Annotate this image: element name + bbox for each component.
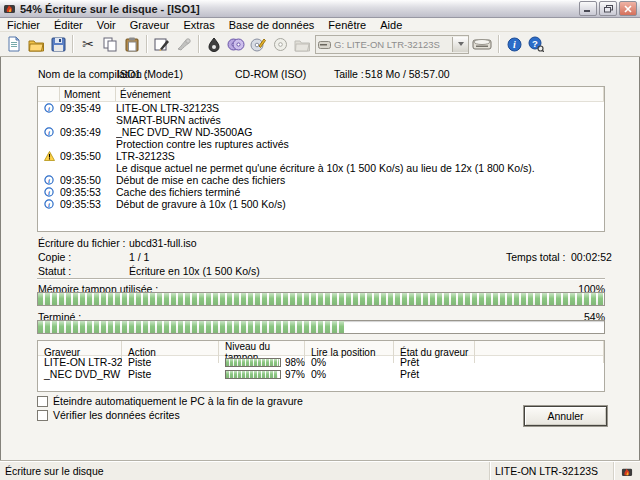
warning-icon: [38, 151, 60, 161]
statusbar-device: LITE-ON LTR-32123S: [490, 462, 614, 480]
drive-position: 0%: [305, 356, 394, 368]
toolbar-separator: [198, 35, 200, 53]
done-progress-bar: [37, 320, 605, 334]
drive-action: Piste: [122, 368, 219, 380]
log-row[interactable]: 09:35:50LTR-32123S: [38, 150, 604, 162]
menu-voir[interactable]: Voir: [90, 19, 123, 31]
size-label: Taille :: [334, 68, 364, 80]
log-row[interactable]: i09:35:50Début de mise en cache des fich…: [38, 174, 604, 186]
col-empty: [475, 341, 604, 363]
menu-base-de-donnees[interactable]: Base de données: [222, 19, 322, 31]
log-time: 09:35:53: [60, 198, 116, 210]
log-time: 09:35:53: [60, 186, 116, 198]
title-bar: 54% Écriture sur le disque - [ISO1]: [0, 0, 640, 18]
log-event-text: Cache des fichiers terminé: [116, 186, 604, 198]
svg-text:i: i: [48, 201, 50, 209]
drive-row[interactable]: _NEC DVD_RW ND-35...Piste97%0%Prêt: [38, 368, 604, 380]
help-icon[interactable]: ?: [525, 33, 547, 55]
log-col-event[interactable]: Événement: [116, 87, 604, 101]
open-icon[interactable]: [25, 33, 47, 55]
info-icon: i: [38, 187, 60, 197]
log-time: 09:35:50: [60, 150, 116, 162]
log-header: Moment Événement: [38, 87, 604, 102]
drive-name: _NEC DVD_RW ND-35...: [38, 368, 122, 380]
log-row[interactable]: Le disque actuel ne permet qu'une écritu…: [38, 162, 604, 174]
svg-text:i: i: [48, 105, 50, 113]
drive-position: 0%: [305, 368, 394, 380]
drive-buffer: 97%: [219, 369, 305, 380]
recorder-select[interactable]: G: LITE-ON LTR-32123S: [315, 35, 469, 54]
shutdown-option[interactable]: Éteindre automatiquement le PC à la fin …: [37, 395, 303, 407]
log-event-text: Début de gravure à 10x (1 500 Ko/s): [116, 198, 604, 210]
log-row[interactable]: i09:35:49_NEC DVD_RW ND-3500AG: [38, 126, 604, 138]
cancel-button[interactable]: Annuler: [524, 406, 607, 426]
copy-disc-icon[interactable]: [225, 33, 247, 55]
new-compilation-icon[interactable]: [3, 33, 25, 55]
buffer-level-percent: 98%: [285, 357, 305, 368]
svg-text:i: i: [513, 39, 516, 50]
edit-compilation-icon[interactable]: [151, 33, 173, 55]
event-log-list[interactable]: Moment Événement i09:35:49LITE-ON LTR-32…: [37, 86, 605, 232]
cut-icon[interactable]: ✂: [77, 33, 99, 55]
menu-editer[interactable]: Éditer: [47, 19, 90, 31]
log-time: 09:35:49: [60, 102, 116, 114]
log-row[interactable]: Protection contre les ruptures activés: [38, 138, 604, 150]
recorder-device-icon[interactable]: [469, 33, 495, 55]
save-icon[interactable]: [47, 33, 69, 55]
info-icon[interactable]: i: [503, 33, 525, 55]
drive-buffer: 98%: [219, 357, 305, 368]
svg-text:i: i: [48, 129, 50, 137]
log-row[interactable]: i09:35:49LITE-ON LTR-32123S: [38, 102, 604, 114]
menu-fichier[interactable]: Fichier: [0, 19, 47, 31]
copy-label: Copie :: [38, 251, 71, 263]
log-event-text: _NEC DVD_RW ND-3500AG: [116, 126, 604, 138]
log-col-icon[interactable]: [38, 87, 60, 101]
file-label: Écriture du fichier :: [38, 237, 126, 249]
minimize-button[interactable]: [579, 1, 597, 16]
log-time: 09:35:49: [60, 126, 116, 138]
restore-button[interactable]: [599, 1, 617, 16]
status-bar: Écriture sur le disque LITE-ON LTR-32123…: [0, 461, 640, 480]
compilation-properties-icon[interactable]: [173, 33, 195, 55]
size-value: 518 Mo / 58:57.00: [365, 68, 450, 80]
statusbar-message: Écriture sur le disque: [0, 462, 490, 480]
buffer-progress-fill: [38, 293, 604, 305]
log-col-moment[interactable]: Moment: [60, 87, 116, 101]
paste-icon[interactable]: [121, 33, 143, 55]
info-icon: i: [38, 127, 60, 137]
disc-info-icon[interactable]: [247, 33, 269, 55]
menu-fenetre[interactable]: Fenêtre: [321, 19, 373, 31]
nero-flame-icon: [614, 462, 640, 480]
separator-line: [37, 278, 605, 280]
shutdown-checkbox[interactable]: [37, 396, 48, 407]
burn-icon[interactable]: [203, 33, 225, 55]
drive-action: Piste: [122, 356, 219, 368]
close-button[interactable]: [619, 1, 637, 16]
combo-dropdown-arrow[interactable]: [452, 37, 468, 52]
svg-text:?: ?: [532, 38, 538, 49]
log-time: 09:35:50: [60, 174, 116, 186]
log-event-text: Début de mise en cache des fichiers: [116, 174, 604, 186]
log-row[interactable]: SMART-BURN activés: [38, 114, 604, 126]
toolbar: ✂ G: LITE-ON LTR-32123S i ?: [0, 32, 640, 57]
drive-name: LITE-ON LTR-32123S: [38, 356, 122, 368]
svg-text:i: i: [48, 177, 50, 185]
verify-checkbox[interactable]: [37, 410, 48, 421]
log-row[interactable]: i09:35:53Début de gravure à 10x (1 500 K…: [38, 198, 604, 210]
disc-icon[interactable]: [269, 33, 291, 55]
menu-extras[interactable]: Extras: [176, 19, 221, 31]
done-progress-fill: [38, 321, 344, 333]
verify-option[interactable]: Vérifier les données écrites: [37, 409, 180, 421]
copy-icon[interactable]: [99, 33, 121, 55]
log-row[interactable]: i09:35:53Cache des fichiers terminé: [38, 186, 604, 198]
menu-graveur[interactable]: Graveur: [123, 19, 177, 31]
compilation-name-value: ISO1 (Mode1): [117, 68, 183, 80]
toolbar-separator: [72, 35, 74, 53]
menu-aide[interactable]: Aide: [373, 19, 409, 31]
toolbar-separator: [498, 35, 500, 53]
app-flame-icon: [3, 1, 16, 16]
buffer-level-bar: [225, 358, 281, 367]
open-folder-disabled-icon[interactable]: [291, 33, 313, 55]
drive-state: Prêt: [394, 368, 475, 380]
drives-table[interactable]: Graveur Action Niveau du tampon Lire la …: [37, 340, 605, 392]
